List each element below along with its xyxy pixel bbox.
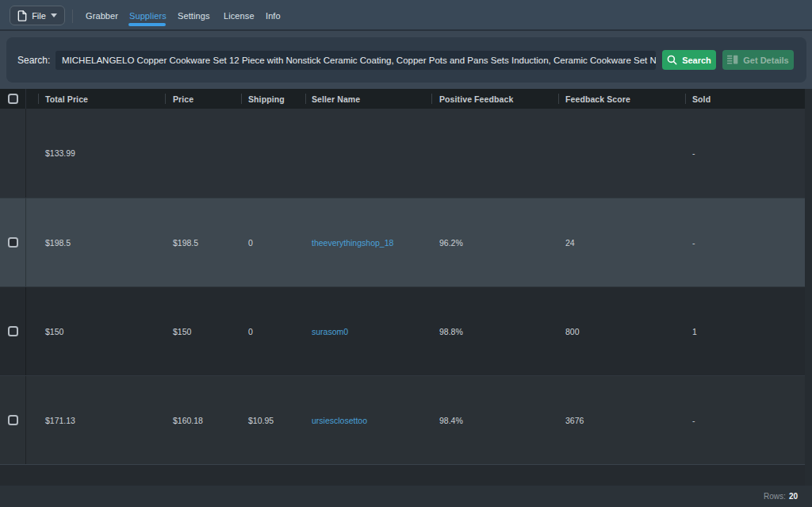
table-row[interactable]: $171.13$160.18$10.95ursiesclosettoo98.4%… <box>0 375 812 464</box>
chevron-down-icon <box>51 13 57 17</box>
cell-total-price: $133.99 <box>45 109 75 198</box>
column-header-shipping[interactable]: Shipping <box>248 89 285 109</box>
table-body: $133.99-$198.5$198.50theeverythingshop_1… <box>0 109 812 464</box>
tab-license[interactable]: License <box>224 0 255 31</box>
table-header-row: Total PricePriceShippingSeller NamePosit… <box>0 89 812 109</box>
table-row[interactable]: $133.99- <box>0 109 812 198</box>
cell-feedback-score: 800 <box>565 287 580 375</box>
cell-feedback-score: 3676 <box>565 376 584 464</box>
tab-suppliers[interactable]: Suppliers <box>129 0 167 31</box>
document-icon <box>17 10 27 21</box>
tab-label: Info <box>266 11 281 21</box>
rows-count: 20 <box>789 492 798 501</box>
table-empty-strip <box>0 464 812 486</box>
cell-positive-feedback: 98.4% <box>439 376 463 464</box>
search-button[interactable]: Search <box>662 50 716 70</box>
menu-divider <box>72 10 73 23</box>
column-header-seller-name[interactable]: Seller Name <box>312 89 360 109</box>
cell-positive-feedback: 98.8% <box>439 287 463 375</box>
cell-seller-name[interactable]: ursiesclosettoo <box>312 376 367 464</box>
cell-seller-name[interactable]: theeverythingshop_18 <box>312 198 393 286</box>
file-menu-button[interactable]: File <box>10 6 65 25</box>
cell-sold: 1 <box>692 287 697 375</box>
table-row[interactable]: $198.5$198.50theeverythingshop_1896.2%24… <box>0 198 812 286</box>
cell-sold: - <box>692 109 695 198</box>
cell-shipping: 0 <box>248 287 253 375</box>
search-panel: Search: MICHELANGELO Copper Cookware Set… <box>6 37 806 83</box>
cell-sold: - <box>692 198 695 286</box>
tab-label: Grabber <box>86 11 118 21</box>
top-menu-bar: File Grabber Suppliers Settings License … <box>0 0 812 31</box>
cell-total-price: $171.13 <box>45 376 75 464</box>
tab-settings[interactable]: Settings <box>178 0 210 31</box>
column-separator <box>431 94 432 104</box>
search-label: Search: <box>17 37 50 83</box>
search-button-label: Search <box>682 56 711 65</box>
vertical-scrollbar[interactable] <box>805 89 812 486</box>
search-input[interactable]: MICHELANGELO Copper Cookware Set 12 Piec… <box>56 51 656 70</box>
tab-grabber[interactable]: Grabber <box>86 0 118 31</box>
magnifier-icon <box>667 55 677 65</box>
cell-shipping: 0 <box>248 198 253 286</box>
cell-total-price: $198.5 <box>45 198 71 286</box>
row-checkbox[interactable] <box>8 415 18 425</box>
column-separator <box>685 94 686 104</box>
select-all-cell <box>0 89 26 109</box>
get-details-button[interactable]: Get Details <box>722 50 794 70</box>
column-header-positive-feedback[interactable]: Positive Feedback <box>439 89 513 109</box>
column-separator <box>305 94 306 104</box>
tab-info[interactable]: Info <box>266 0 281 31</box>
cell-seller-name[interactable]: surasom0 <box>312 287 348 375</box>
select-all-checkbox[interactable] <box>8 94 18 104</box>
suppliers-table: Total PricePriceShippingSeller NamePosit… <box>0 89 812 486</box>
cell-positive-feedback: 96.2% <box>439 198 463 286</box>
cell-feedback-score: 24 <box>565 198 575 286</box>
column-header-total-price[interactable]: Total Price <box>45 89 88 109</box>
row-select-cell <box>0 109 26 198</box>
tab-label: Settings <box>178 11 210 21</box>
cell-sold: - <box>692 376 695 464</box>
cell-price: $160.18 <box>173 376 203 464</box>
column-header-sold[interactable]: Sold <box>692 89 710 109</box>
column-separator <box>558 94 559 104</box>
tab-label: Suppliers <box>129 11 167 21</box>
cell-shipping: $10.95 <box>248 376 274 464</box>
get-details-button-label: Get Details <box>743 56 788 65</box>
column-header-feedback-score[interactable]: Feedback Score <box>565 89 630 109</box>
column-header-price[interactable]: Price <box>173 89 193 109</box>
column-separator <box>241 94 242 104</box>
row-select-cell <box>0 198 26 286</box>
column-separator <box>38 94 39 104</box>
rows-label: Rows: <box>764 492 786 501</box>
row-select-cell <box>0 376 26 464</box>
cell-price: $198.5 <box>173 198 198 286</box>
file-menu-label: File <box>32 11 46 21</box>
list-detail-icon <box>727 55 738 65</box>
active-tab-underline <box>128 23 166 26</box>
status-bar: Rows: 20 <box>0 486 812 507</box>
row-select-cell <box>0 287 26 375</box>
table-row[interactable]: $150$1500surasom098.8%8001 <box>0 286 812 375</box>
row-checkbox[interactable] <box>8 326 18 336</box>
cell-price: $150 <box>173 287 191 375</box>
cell-total-price: $150 <box>45 287 63 375</box>
tab-label: License <box>224 11 255 21</box>
column-separator <box>165 94 166 104</box>
row-checkbox[interactable] <box>8 237 18 248</box>
